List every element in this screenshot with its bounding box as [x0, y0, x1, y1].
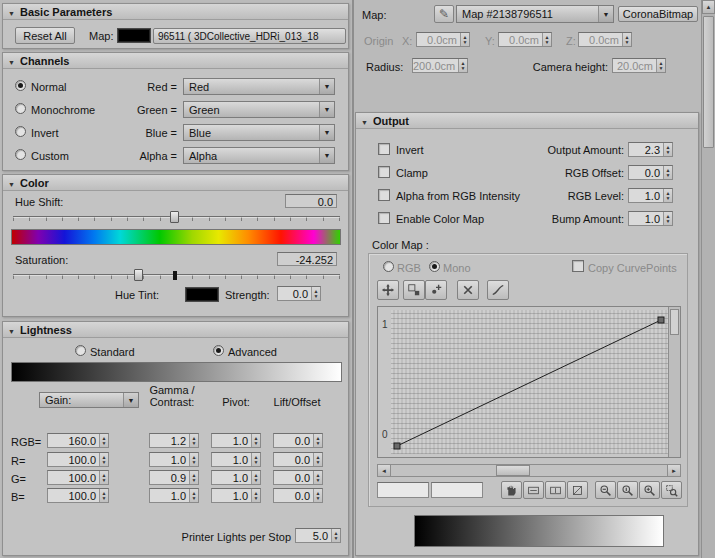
bump-amount-spinner[interactable]: 1.0 [628, 211, 673, 226]
color-map-curve[interactable] [391, 310, 668, 454]
alpha-from-rgb-checkbox[interactable] [378, 189, 390, 201]
reset-all-button[interactable]: Reset All [15, 27, 75, 44]
zoom-vert-extents-icon[interactable] [545, 481, 566, 499]
scrollbar-thumb[interactable] [670, 309, 679, 335]
scrollbar-thumb[interactable] [496, 465, 530, 476]
rgb-value-spinner[interactable]: 160.0 [47, 433, 109, 448]
green-channel-dropdown[interactable]: Green [183, 101, 335, 118]
rgb-lift-spinner[interactable]: 0.0 [273, 433, 323, 448]
zoom-horizontal-icon[interactable] [595, 481, 616, 499]
saturation-slider-handle[interactable] [134, 269, 143, 281]
spinner-arrows-icon[interactable] [542, 33, 551, 46]
output-header[interactable]: Output [356, 113, 698, 129]
spinner-arrows-icon[interactable] [663, 212, 672, 225]
scroll-left-icon[interactable]: ◄ [378, 465, 391, 476]
channels-header[interactable]: Channels [3, 53, 348, 69]
color-header[interactable]: Color [3, 175, 348, 191]
spinner-arrows-icon[interactable] [663, 189, 672, 202]
zoom-icon[interactable] [639, 481, 660, 499]
camera-height-spinner[interactable]: 20.0cm [612, 58, 666, 73]
scroll-up-icon[interactable]: ▲ [702, 0, 715, 14]
zoom-region-icon[interactable] [661, 481, 682, 499]
lightness-header[interactable]: Lightness [3, 322, 348, 338]
rgb-level-spinner[interactable]: 1.0 [628, 188, 673, 203]
monochrome-radio[interactable] [15, 103, 26, 114]
scale-point-icon[interactable] [403, 280, 425, 300]
zoom-horiz-extents-icon[interactable] [523, 481, 544, 499]
spinner-arrows-icon[interactable] [311, 287, 320, 300]
spinner-arrows-icon[interactable] [663, 166, 672, 179]
reset-curve-icon[interactable] [487, 280, 509, 300]
invert-checkbox[interactable] [378, 143, 390, 155]
curve-y-value-field[interactable] [431, 482, 483, 498]
printer-lights-spinner[interactable]: 5.0 [295, 528, 341, 543]
hue-tint-swatch[interactable] [185, 287, 219, 302]
spinner-arrows-icon[interactable] [313, 434, 322, 447]
origin-z-spinner[interactable]: 0.0cm [578, 32, 632, 47]
curve-editor[interactable]: 1 0 [377, 306, 681, 458]
clamp-checkbox[interactable] [378, 166, 390, 178]
g-pivot-spinner[interactable]: 1.0 [211, 470, 261, 485]
map-color-swatch[interactable] [117, 28, 151, 43]
r-pivot-spinner[interactable]: 1.0 [211, 452, 261, 467]
r-lift-spinner[interactable]: 0.0 [273, 452, 323, 467]
spinner-arrows-icon[interactable] [663, 143, 672, 156]
rgb-offset-spinner[interactable]: 0.0 [628, 165, 673, 180]
blue-channel-dropdown[interactable]: Blue [183, 124, 335, 141]
r-value-spinner[interactable]: 100.0 [47, 452, 109, 467]
rgb-gamma-spinner[interactable]: 1.2 [149, 433, 199, 448]
advanced-radio[interactable] [213, 345, 224, 356]
g-lift-spinner[interactable]: 0.0 [273, 470, 323, 485]
spinner-arrows-icon[interactable] [251, 489, 260, 502]
alpha-channel-dropdown[interactable]: Alpha [183, 147, 335, 164]
saturation-slider[interactable] [13, 269, 340, 282]
output-amount-spinner[interactable]: 2.3 [628, 142, 673, 157]
add-point-icon[interactable] [425, 280, 447, 300]
zoom-extents-icon[interactable] [567, 481, 588, 499]
g-gamma-spinner[interactable]: 0.9 [149, 470, 199, 485]
strength-spinner[interactable]: 0.0 [277, 286, 321, 301]
copy-curvepoints-checkbox[interactable] [572, 260, 584, 272]
curve-vertical-scrollbar[interactable] [668, 307, 680, 457]
delete-point-icon[interactable] [457, 280, 479, 300]
spinner-arrows-icon[interactable] [99, 434, 108, 447]
spinner-arrows-icon[interactable] [313, 489, 322, 502]
radius-spinner[interactable]: 200.0cm [412, 58, 468, 73]
edit-map-pencil-icon[interactable]: ✎ [434, 5, 454, 23]
curve-x-value-field[interactable] [377, 482, 429, 498]
scrollbar-thumb[interactable] [703, 16, 714, 148]
standard-radio[interactable] [75, 345, 86, 356]
enable-color-map-checkbox[interactable] [378, 212, 390, 224]
b-gamma-spinner[interactable]: 1.0 [149, 488, 199, 503]
invert-radio[interactable] [15, 126, 26, 137]
b-pivot-spinner[interactable]: 1.0 [211, 488, 261, 503]
spinner-arrows-icon[interactable] [313, 453, 322, 466]
rgb-pivot-spinner[interactable]: 1.0 [211, 433, 261, 448]
spinner-arrows-icon[interactable] [251, 453, 260, 466]
spinner-arrows-icon[interactable] [458, 59, 467, 72]
gain-dropdown[interactable]: Gain: [39, 392, 139, 408]
spinner-arrows-icon[interactable] [99, 453, 108, 466]
spinner-arrows-icon[interactable] [189, 471, 198, 484]
scroll-right-icon[interactable]: ► [667, 465, 680, 476]
mono-curve-radio[interactable] [429, 261, 440, 272]
spinner-arrows-icon[interactable] [313, 471, 322, 484]
map-name-button[interactable]: 96511 ( 3DCollective_HDRi_013_18 [153, 28, 346, 44]
spinner-arrows-icon[interactable] [251, 471, 260, 484]
curve-horizontal-scrollbar[interactable]: ◄ ► [377, 464, 681, 477]
zoom-vertical-icon[interactable] [617, 481, 638, 499]
spinner-arrows-icon[interactable] [189, 489, 198, 502]
spinner-arrows-icon[interactable] [99, 489, 108, 502]
map-type-button[interactable]: CoronaBitmap [618, 6, 698, 22]
custom-radio[interactable] [15, 149, 26, 160]
spinner-arrows-icon[interactable] [99, 471, 108, 484]
g-value-spinner[interactable]: 100.0 [47, 470, 109, 485]
spinner-arrows-icon[interactable] [460, 33, 469, 46]
scrollbar-track[interactable] [391, 465, 667, 476]
r-gamma-spinner[interactable]: 1.0 [149, 452, 199, 467]
spinner-arrows-icon[interactable] [189, 434, 198, 447]
origin-x-spinner[interactable]: 0.0cm [416, 32, 470, 47]
red-channel-dropdown[interactable]: Red [183, 78, 335, 95]
b-lift-spinner[interactable]: 0.0 [273, 488, 323, 503]
spinner-arrows-icon[interactable] [251, 434, 260, 447]
